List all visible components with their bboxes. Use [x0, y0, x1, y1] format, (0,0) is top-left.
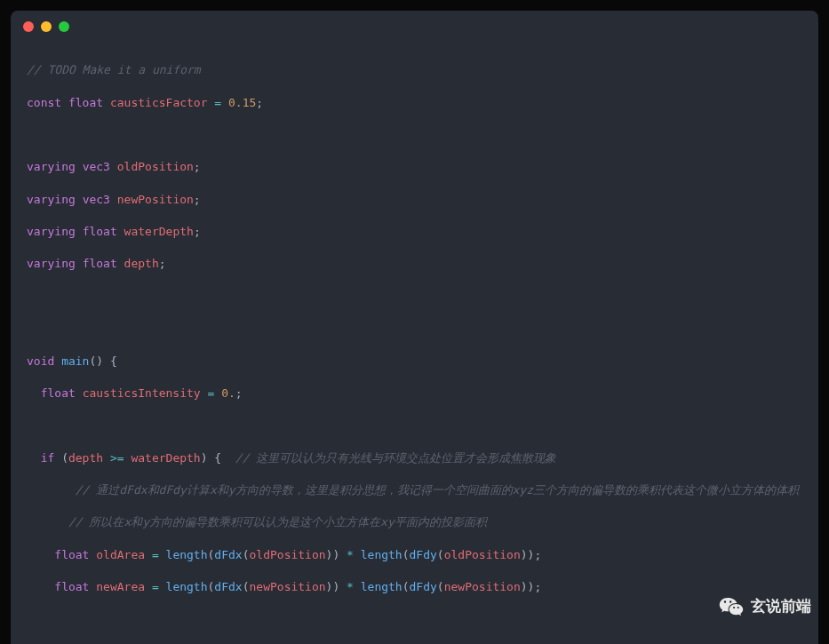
function-call: length	[361, 548, 403, 561]
punct: (	[437, 580, 444, 593]
code-line: // 通过dFdx和dFdy计算x和y方向的导数，这里是积分思想，我记得一个空间…	[27, 482, 802, 498]
punct: ;	[256, 96, 263, 109]
operator: *	[347, 548, 354, 561]
code-line: float oldArea = length(dFdx(oldPosition)…	[27, 547, 802, 563]
punct: ));	[521, 548, 541, 561]
code-line: void main() {	[27, 354, 802, 370]
code-line: const float causticsFactor = 0.15;	[27, 95, 802, 111]
number: 0.	[221, 386, 235, 400]
operator: *	[347, 580, 354, 593]
identifier: newPosition	[250, 580, 326, 593]
type: float	[54, 580, 89, 593]
function-call: dFdx	[214, 548, 242, 561]
punct: (	[243, 548, 250, 561]
punct: ))	[326, 548, 340, 561]
punct: (	[243, 580, 250, 593]
comment-text: // TODO Make it a uniform	[27, 63, 201, 76]
punct: ;	[159, 257, 166, 270]
identifier: waterDepth	[124, 225, 194, 238]
identifier: causticsFactor	[110, 96, 208, 109]
close-icon[interactable]	[23, 21, 34, 32]
comment-text: // 通过dFdx和dFdy计算x和y方向的导数，这里是积分思想，我记得一个空间…	[27, 483, 799, 497]
code-line: // TODO Make it a uniform	[27, 62, 802, 78]
code-line: float causticsIntensity = 0.;	[27, 386, 802, 402]
keyword: varying	[27, 257, 76, 270]
wechat-icon	[719, 594, 744, 619]
type: float	[41, 386, 76, 400]
punct: ;	[235, 386, 243, 400]
code-editor: // TODO Make it a uniform const float ca…	[11, 43, 818, 644]
code-line: if (depth >= waterDepth) { // 这里可以认为只有光线…	[27, 450, 802, 466]
number: 0.15	[228, 96, 256, 109]
punct: (	[403, 580, 410, 593]
window-titlebar	[11, 11, 818, 43]
punct: (	[403, 548, 410, 561]
code-line	[27, 612, 802, 628]
code-line	[27, 417, 802, 433]
identifier: depth	[124, 257, 159, 270]
punct: ;	[194, 160, 201, 173]
punct: ));	[521, 580, 541, 593]
identifier: depth	[68, 451, 103, 465]
code-line: varying vec3 newPosition;	[27, 192, 802, 208]
type: float	[68, 96, 103, 109]
keyword: const	[27, 96, 61, 109]
type: vec3	[83, 193, 110, 206]
punct: ))	[326, 580, 340, 593]
code-line	[27, 289, 802, 305]
function-call: length	[166, 580, 208, 593]
keyword: varying	[27, 160, 76, 173]
type: float	[83, 225, 117, 238]
operator: =	[152, 580, 159, 593]
keyword: if	[41, 451, 55, 465]
identifier: newPosition	[444, 580, 521, 593]
type: vec3	[83, 160, 110, 173]
comment-text: // 所以在x和y方向的偏导数乘积可以认为是这个小立方体在xy平面内的投影面积	[27, 515, 487, 529]
operator: >=	[110, 451, 124, 465]
punct: {	[110, 354, 117, 368]
code-line: // 所以在x和y方向的偏导数乘积可以认为是这个小立方体在xy平面内的投影面积	[27, 514, 802, 530]
operator: =	[214, 96, 221, 109]
code-line: varying vec3 oldPosition;	[27, 159, 802, 175]
identifier: oldArea	[96, 548, 145, 561]
identifier: newArea	[96, 580, 145, 593]
function-call: dFdx	[214, 580, 242, 593]
code-line: varying float waterDepth;	[27, 224, 802, 240]
punct: (	[437, 548, 444, 561]
type: float	[83, 257, 117, 270]
punct: ()	[89, 354, 103, 368]
keyword: void	[27, 354, 54, 368]
identifier: oldPosition	[117, 160, 194, 173]
punct: (	[61, 451, 68, 465]
minimize-icon[interactable]	[41, 21, 52, 32]
maximize-icon[interactable]	[59, 21, 69, 32]
identifier: waterDepth	[131, 451, 200, 465]
function-call: length	[166, 548, 208, 561]
code-window: // TODO Make it a uniform const float ca…	[11, 11, 818, 644]
identifier: oldPosition	[444, 548, 521, 561]
function-call: dFdy	[410, 548, 437, 561]
punct: ;	[194, 225, 201, 238]
function-call: dFdy	[410, 580, 437, 593]
watermark-text: 玄说前端	[751, 596, 811, 617]
keyword: varying	[27, 193, 76, 206]
operator: =	[208, 386, 215, 400]
operator: =	[152, 548, 159, 561]
punct: {	[214, 451, 221, 465]
function-name: main	[61, 354, 89, 368]
watermark: 玄说前端	[719, 594, 811, 619]
identifier: newPosition	[117, 193, 194, 206]
code-line: float newArea = length(dFdx(newPosition)…	[27, 579, 802, 595]
code-line: varying float depth;	[27, 256, 802, 272]
identifier: oldPosition	[250, 548, 326, 561]
function-call: length	[361, 580, 403, 593]
punct: )	[201, 451, 208, 465]
code-line	[27, 321, 802, 337]
punct: ;	[194, 193, 201, 206]
keyword: varying	[27, 225, 76, 238]
code-line	[27, 127, 802, 143]
type: float	[54, 548, 89, 561]
identifier: causticsIntensity	[83, 386, 201, 400]
comment-text: // 这里可以认为只有光线与环境交点处位置才会形成焦散现象	[221, 451, 556, 465]
